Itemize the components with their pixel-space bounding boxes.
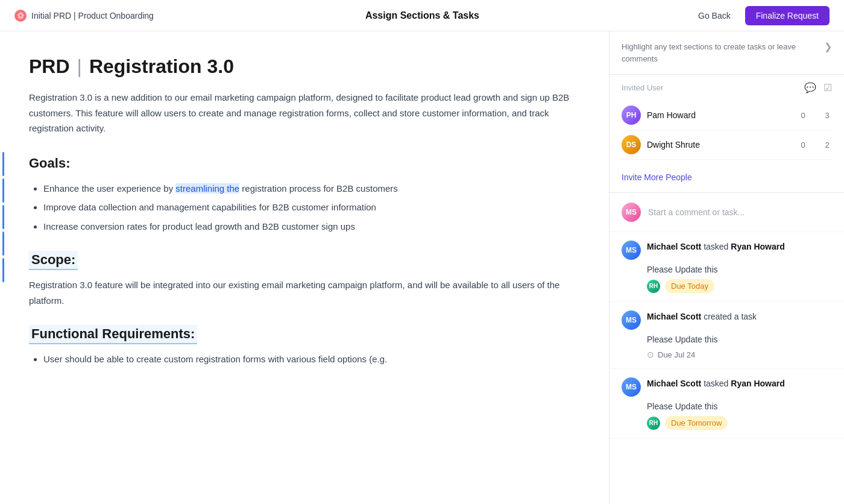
panel-chevron-icon[interactable]: ❯	[824, 41, 832, 52]
due-badge-tomorrow: Due Tomorrow	[665, 416, 728, 430]
gutter-line-5	[2, 258, 4, 282]
finalize-request-button[interactable]: Finalize Request	[745, 6, 830, 25]
func-req-item-1: User should be able to create custom reg…	[43, 351, 573, 367]
avatar-dwight: DS	[622, 135, 641, 154]
dwight-task-count: 2	[822, 140, 832, 150]
activity-body-2: Please Update this ⊙ Due Jul 24	[647, 335, 832, 360]
highlighted-text: streamlining the	[175, 183, 239, 194]
gutter-line-4	[2, 232, 4, 256]
header: 🌸 Initial PRD | Product Onboarding Assig…	[0, 0, 844, 31]
dwight-comment-count: 0	[798, 140, 808, 150]
due-clock-icon: ⊙	[647, 350, 654, 359]
assignee-avatar-1: RH	[647, 280, 660, 293]
doc-title-divider: |	[77, 55, 82, 78]
user-row-dwight: DS Dwight Shrute 0 2	[622, 130, 832, 160]
right-panel: Highlight any text sections to create ta…	[609, 31, 844, 504]
gutter-line-3	[2, 205, 4, 229]
document-title: PRD | Registration 3.0	[29, 55, 573, 78]
app-logo: 🌸	[14, 10, 27, 22]
pam-comment-count: 0	[798, 111, 808, 120]
goal-item-2: Improve data collection and management c…	[43, 200, 573, 215]
activity-message-3: Please Update this	[647, 402, 832, 411]
activity-text-1: Michael Scott tasked Ryan Howard	[647, 241, 785, 253]
main-content: PRD | Registration 3.0 Registration 3.0 …	[5, 31, 609, 504]
actor-name-3: Michael Scott	[647, 379, 701, 388]
activity-header-3: MS Michael Scott tasked Ryan Howard	[622, 377, 832, 397]
activity-avatar-2: MS	[622, 310, 641, 330]
page-title: Assign Sections & Tasks	[365, 10, 479, 21]
goal-item-3: Increase conversion rates for product le…	[43, 219, 573, 235]
activity-due-3: RH Due Tomorrow	[647, 416, 832, 430]
activity-due-2: ⊙ Due Jul 24	[647, 350, 695, 359]
gutter-line-1	[2, 152, 4, 176]
func-req-title: Functional Requirements:	[29, 325, 197, 344]
user-name-pam: Pam Howard	[647, 110, 798, 120]
pam-task-count: 3	[822, 111, 832, 120]
avatar-pam: PH	[622, 106, 641, 125]
due-badge-today: Due Today	[665, 279, 714, 293]
target-name-1: Ryan Howard	[731, 242, 784, 251]
gutter-line-2	[2, 178, 4, 203]
activity-body-1: Please Update this RH Due Today	[647, 265, 832, 293]
activity-avatar-1: MS	[622, 241, 641, 260]
doc-title-part2: Registration 3.0	[89, 55, 234, 78]
comment-user-avatar: MS	[622, 203, 641, 222]
header-right: Go Back Finalize Request	[691, 6, 830, 25]
assignee-avatar-3: RH	[647, 417, 660, 430]
user-counts-pam: 0 3	[798, 111, 832, 120]
goals-title: Goals:	[29, 156, 573, 171]
activity-text-3: Michael Scott tasked Ryan Howard	[647, 377, 785, 390]
comment-placeholder[interactable]: Start a comment or task...	[648, 207, 745, 217]
doc-title-part1: PRD	[29, 55, 70, 78]
comment-icon: 💬	[804, 82, 816, 93]
goal-item-1: Enhance the user experience by streamlin…	[43, 181, 573, 197]
activity-header-1: MS Michael Scott tasked Ryan Howard	[622, 241, 832, 260]
activity-body-3: Please Update this RH Due Tomorrow	[647, 402, 832, 430]
invited-header: Invited User 💬 ☑	[622, 82, 832, 93]
go-back-button[interactable]: Go Back	[691, 7, 738, 24]
activity-text-2: Michael Scott created a task	[647, 310, 757, 323]
panel-hint-text: Highlight any text sections to create ta…	[622, 41, 802, 65]
user-row-pam: PH Pam Howard 0 3	[622, 101, 832, 130]
invited-label: Invited User	[622, 83, 663, 92]
user-counts-dwight: 0 2	[798, 140, 832, 150]
left-gutter	[0, 31, 5, 504]
activity-item-1: MS Michael Scott tasked Ryan Howard Plea…	[609, 232, 844, 302]
header-left: 🌸 Initial PRD | Product Onboarding	[14, 10, 154, 22]
activity-message-2: Please Update this	[647, 335, 832, 344]
comment-input-area[interactable]: MS Start a comment or task...	[609, 193, 844, 232]
document-intro: Registration 3.0 is a new addition to ou…	[29, 90, 573, 136]
activity-item-2: MS Michael Scott created a task Please U…	[609, 302, 844, 369]
activity-message-1: Please Update this	[647, 265, 832, 274]
body: PRD | Registration 3.0 Registration 3.0 …	[0, 31, 844, 504]
scope-text: Registration 3.0 feature will be integra…	[29, 277, 573, 308]
invited-section: Invited User 💬 ☑ PH Pam Howard 0 3 DS Dw…	[609, 75, 844, 165]
panel-hint: Highlight any text sections to create ta…	[609, 31, 844, 75]
breadcrumb: Initial PRD | Product Onboarding	[31, 11, 154, 20]
func-req-list: User should be able to create custom reg…	[29, 351, 573, 367]
invited-icons: 💬 ☑	[804, 82, 832, 93]
target-name-3: Ryan Howard	[731, 379, 784, 388]
activity-item-3: MS Michael Scott tasked Ryan Howard Plea…	[609, 369, 844, 439]
invite-more-link[interactable]: Invite More People	[622, 172, 692, 182]
check-icon: ☑	[824, 82, 832, 93]
user-name-dwight: Dwight Shrute	[647, 140, 798, 150]
activity-due-1: RH Due Today	[647, 279, 832, 293]
invite-link[interactable]: Invite More People	[609, 165, 844, 192]
scope-title: Scope:	[29, 251, 78, 270]
activity-header-2: MS Michael Scott created a task	[622, 310, 832, 330]
actor-name-2: Michael Scott	[647, 312, 701, 321]
goals-list: Enhance the user experience by streamlin…	[29, 181, 573, 235]
actor-name-1: Michael Scott	[647, 242, 701, 251]
activity-avatar-3: MS	[622, 377, 641, 397]
